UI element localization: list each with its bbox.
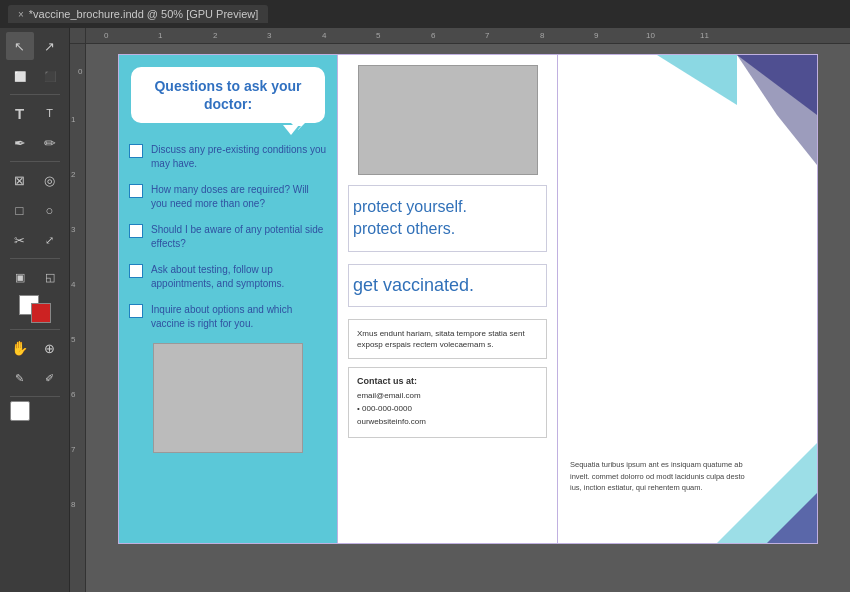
protect-text-box: protect yourself.protect others. [348,185,547,252]
contact-details: email@email.com • 000-000-0000 ourwebsit… [357,390,538,428]
gradient-swatch-tool[interactable]: ▣ [6,263,34,291]
ellipse-tool[interactable]: ○ [36,196,64,224]
svg-text:7: 7 [71,445,76,454]
fill-box[interactable] [10,401,30,421]
right-panel: Sequatia turibus ipsum ant es insiquam q… [558,54,818,544]
background-color[interactable] [31,303,51,323]
right-body-text: Sequatia turibus ipsum ant es insiquam q… [570,459,757,493]
svg-text:2: 2 [71,170,76,179]
speech-bubble: Questions to ask your doctor: [129,65,327,125]
svg-marker-23 [737,55,817,165]
scissors-tool[interactable]: ✂ [6,226,34,254]
checklist-text-1: Discuss any pre-existing conditions you … [151,143,327,171]
hand-tool[interactable]: ✋ [6,334,34,362]
contact-website: ourwebsiteinfo.com [357,416,538,429]
svg-text:7: 7 [485,31,490,40]
checkbox-1[interactable] [129,144,143,158]
ruler-left: 0 1 2 3 4 5 6 7 8 [70,44,86,592]
checklist-item-2: How many doses are required? Will you ne… [129,183,327,211]
checklist-text-5: Inquire about options and which vaccine … [151,303,327,331]
svg-marker-22 [657,55,737,105]
lorem-box: Xmus endunt hariam, sitata tempore stati… [348,319,547,359]
ruler-top: 0 1 2 3 4 5 6 7 8 9 10 11 [86,28,850,44]
checklist-text-2: How many doses are required? Will you ne… [151,183,327,211]
free-transform-tool[interactable]: ⤢ [36,226,64,254]
zoom-tool[interactable]: ⊕ [36,334,64,362]
checkbox-5[interactable] [129,304,143,318]
stroke-box[interactable] [32,401,60,429]
image-placeholder-bottom [153,343,303,453]
svg-text:5: 5 [376,31,381,40]
document-tab[interactable]: × *vaccine_brochure.indd @ 50% [GPU Prev… [8,5,268,23]
svg-text:2: 2 [213,31,218,40]
svg-text:1: 1 [71,115,76,124]
checklist-item-1: Discuss any pre-existing conditions you … [129,143,327,171]
svg-text:8: 8 [540,31,545,40]
svg-text:3: 3 [71,225,76,234]
canvas-scroll[interactable]: Questions to ask your doctor: Discuss an… [86,44,850,592]
gap-tool[interactable]: ⬛ [36,62,64,90]
vaccinated-text: get vaccinated. [353,275,542,296]
toolbar: ↖ ↗ ⬜ ⬛ T T ✒ ✏ ⊠ ◎ □ ○ ✂ ⤢ ▣ [0,28,70,592]
contact-label: Contact us at: [357,376,538,386]
svg-text:1: 1 [158,31,163,40]
direct-select-tool[interactable]: ↗ [36,32,64,60]
svg-text:10: 10 [646,31,655,40]
pen-tool[interactable]: ✒ [6,129,34,157]
svg-text:0: 0 [78,67,83,76]
type-path-tool[interactable]: T [36,99,64,127]
svg-text:3: 3 [267,31,272,40]
svg-text:8: 8 [71,500,76,509]
canvas-area: 0 1 2 3 4 5 6 7 8 9 10 11 [70,28,850,592]
ellipse-frame-tool[interactable]: ◎ [36,166,64,194]
triangle-decoration-bottom [717,443,817,543]
svg-text:5: 5 [71,335,76,344]
gradient-tool[interactable]: ◱ [36,263,64,291]
measure-tool[interactable]: ✐ [36,364,64,392]
color-indicator[interactable] [17,295,53,323]
triangle-decoration-top [657,55,817,175]
checklist-text-4: Ask about testing, follow up appointment… [151,263,327,291]
svg-text:0: 0 [104,31,109,40]
pencil-tool[interactable]: ✏ [36,129,64,157]
left-panel: Questions to ask your doctor: Discuss an… [118,54,338,544]
checkbox-3[interactable] [129,224,143,238]
checkbox-2[interactable] [129,184,143,198]
title-bar: × *vaccine_brochure.indd @ 50% [GPU Prev… [0,0,850,28]
bubble-text: Questions to ask your doctor: [145,77,311,113]
svg-text:9: 9 [594,31,599,40]
select-tool[interactable]: ↖ [6,32,34,60]
main-layout: ↖ ↗ ⬜ ⬛ T T ✒ ✏ ⊠ ◎ □ ○ ✂ ⤢ ▣ [0,28,850,592]
image-placeholder-top [358,65,538,175]
checklist-text-3: Should I be aware of any potential side … [151,223,327,251]
checklist-item-3: Should I be aware of any potential side … [129,223,327,251]
svg-text:6: 6 [431,31,436,40]
rect-tool[interactable]: □ [6,196,34,224]
brochure: Questions to ask your doctor: Discuss an… [118,54,818,544]
svg-text:6: 6 [71,390,76,399]
middle-panel: protect yourself.protect others. get vac… [338,54,558,544]
checklist-item-4: Ask about testing, follow up appointment… [129,263,327,291]
type-tool[interactable]: T [6,99,34,127]
tab-close-icon[interactable]: × [18,9,24,20]
right-panel-body: Sequatia turibus ipsum ant es insiquam q… [570,459,757,493]
svg-text:4: 4 [71,280,76,289]
checklist-item-5: Inquire about options and which vaccine … [129,303,327,331]
canvas-container: 0 1 2 3 4 5 6 7 8 [70,44,850,592]
checklist: Discuss any pre-existing conditions you … [129,143,327,331]
contact-phone: • 000-000-0000 [357,403,538,416]
tab-label: *vaccine_brochure.indd @ 50% [GPU Previe… [29,8,258,20]
rect-frame-tool[interactable]: ⊠ [6,166,34,194]
checkbox-4[interactable] [129,264,143,278]
vaccinated-text-box: get vaccinated. [348,264,547,307]
protect-text: protect yourself.protect others. [353,196,542,241]
lorem-text: Xmus endunt hariam, sitata tempore stati… [357,328,538,350]
page-tool[interactable]: ⬜ [6,62,34,90]
contact-box: Contact us at: email@email.com • 000-000… [348,367,547,437]
ruler-corner [70,28,86,44]
svg-text:4: 4 [322,31,327,40]
note-tool[interactable]: ✎ [6,364,34,392]
contact-email: email@email.com [357,390,538,403]
svg-text:11: 11 [700,31,709,40]
